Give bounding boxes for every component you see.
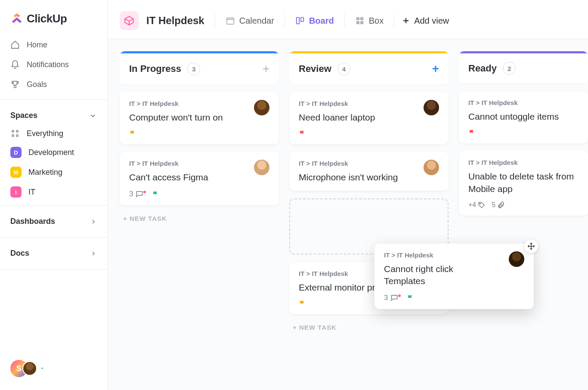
tag-count[interactable]: +4	[468, 201, 486, 209]
add-view[interactable]: Add view	[402, 16, 449, 26]
plus-icon	[402, 17, 410, 25]
sidebar-docs-label: Docs	[10, 249, 29, 258]
grid-icon	[355, 16, 365, 25]
svg-point-0	[12, 130, 14, 132]
user-avatar	[22, 361, 37, 376]
task-card[interactable]: IT > IT Helpdesk Cannot untoggle items	[459, 91, 588, 143]
task-card[interactable]: IT > IT Helpdesk Can't access Figma 3	[120, 152, 279, 205]
svg-rect-7	[356, 17, 359, 20]
task-card[interactable]: IT > IT Helpdesk Computer won't turn on	[120, 92, 279, 144]
column-title: Ready	[468, 63, 497, 74]
bell-icon	[10, 60, 20, 69]
card-title: Cannot right click Templates	[384, 263, 492, 288]
comment-icon	[135, 190, 144, 198]
space-everything[interactable]: Everything	[0, 124, 107, 142]
space-label: IT	[28, 188, 35, 197]
svg-point-1	[16, 130, 18, 132]
nav-home-label: Home	[27, 40, 47, 50]
everything-icon	[10, 129, 20, 138]
column-ready: Ready 2 IT > IT Helpdesk Cannot untoggle…	[459, 51, 588, 223]
chevron-right-icon	[90, 250, 97, 257]
assignee-avatar[interactable]	[424, 160, 439, 175]
flag-icon	[299, 130, 306, 137]
svg-rect-9	[356, 21, 359, 24]
svg-rect-5	[297, 18, 299, 24]
separator	[344, 14, 345, 28]
svg-rect-4	[226, 18, 234, 25]
divider	[0, 269, 107, 269]
logo[interactable]: ClickUp	[0, 0, 107, 33]
spaces-header[interactable]: Spaces	[0, 103, 107, 124]
new-task-button[interactable]: + NEW TASK	[120, 213, 279, 224]
box-icon	[124, 15, 135, 26]
sidebar-docs[interactable]: Docs	[0, 241, 107, 266]
space-label: Development	[28, 148, 74, 157]
nav-notifications[interactable]: Notifications	[0, 55, 107, 74]
view-board-label: Board	[309, 16, 334, 26]
assignee-avatar[interactable]	[254, 100, 269, 115]
flag-icon	[129, 130, 137, 137]
nav-home[interactable]: Home	[0, 35, 107, 55]
task-card[interactable]: IT > IT Helpdesk Need loaner laptop	[289, 92, 449, 144]
space-badge: D	[10, 147, 22, 158]
space-everything-label: Everything	[27, 129, 63, 138]
nav-goals[interactable]: Goals	[0, 74, 107, 94]
space-marketing[interactable]: M Marketing	[0, 162, 107, 182]
column-count: 2	[503, 62, 516, 75]
column-in-progress: In Progress 3 + IT > IT Helpdesk Compute…	[120, 51, 279, 224]
separator	[285, 14, 285, 28]
comments-count[interactable]: 3	[129, 190, 146, 198]
assignee-avatar[interactable]	[424, 100, 439, 115]
column-count: 4	[337, 62, 350, 75]
add-task-button[interactable]: +	[263, 62, 269, 76]
clickup-logo-icon	[10, 12, 23, 25]
sidebar-dashboards-label: Dashboards	[10, 217, 55, 226]
workspace-icon[interactable]	[120, 11, 139, 30]
flag-icon	[407, 294, 415, 302]
card-breadcrumb: IT > IT Helpdesk	[468, 159, 579, 166]
view-calendar-label: Calendar	[239, 16, 274, 26]
divider	[0, 205, 107, 206]
dragging-task-card[interactable]: IT > IT Helpdesk Cannot right click Temp…	[374, 244, 534, 309]
view-calendar[interactable]: Calendar	[223, 14, 277, 28]
main: IT Helpdesk Calendar Board Box Add view	[108, 0, 588, 390]
space-development[interactable]: D Development	[0, 142, 107, 162]
sidebar-dashboards[interactable]: Dashboards	[0, 209, 107, 234]
space-badge: M	[10, 167, 22, 178]
separator	[394, 14, 394, 28]
comments-count[interactable]: 3	[384, 294, 401, 302]
space-badge: I	[10, 186, 22, 198]
topbar: IT Helpdesk Calendar Board Box Add view	[108, 0, 588, 39]
task-card[interactable]: IT > IT Helpdesk Microphone isn't workin…	[289, 152, 449, 190]
separator	[215, 14, 215, 28]
view-board[interactable]: Board	[293, 14, 337, 28]
attachment-count[interactable]: 5	[492, 201, 505, 209]
assignee-avatar[interactable]	[254, 160, 269, 175]
svg-point-3	[16, 135, 18, 136]
view-box[interactable]: Box	[353, 14, 386, 28]
svg-point-2	[12, 135, 14, 136]
card-title: Cannot untoggle items	[468, 111, 576, 123]
chevron-right-icon	[90, 218, 97, 225]
nav-goals-label: Goals	[27, 80, 47, 89]
space-label: Marketing	[28, 168, 62, 177]
caret-down-icon	[40, 366, 45, 371]
add-task-button[interactable]: +	[432, 62, 439, 76]
user-menu[interactable]: S	[0, 352, 107, 390]
space-it[interactable]: I IT	[0, 182, 107, 202]
assignee-avatar[interactable]	[509, 251, 524, 267]
task-card[interactable]: IT > IT Helpdesk Unable to delete task f…	[459, 151, 588, 216]
svg-point-11	[480, 203, 480, 204]
logo-text: ClickUp	[27, 12, 67, 25]
card-title: Need loaner laptop	[299, 111, 375, 124]
flag-icon	[152, 190, 160, 198]
sidebar: ClickUp Home Notifications Goals Spaces …	[0, 0, 108, 390]
trophy-icon	[10, 80, 20, 89]
svg-rect-8	[360, 17, 363, 20]
move-icon	[524, 239, 538, 253]
svg-rect-6	[301, 18, 303, 22]
card-title: Computer won't turn on	[129, 111, 223, 124]
paperclip-icon	[497, 201, 505, 209]
card-breadcrumb: IT > IT Helpdesk	[299, 160, 398, 167]
new-task-button[interactable]: + NEW TASK	[289, 322, 449, 333]
